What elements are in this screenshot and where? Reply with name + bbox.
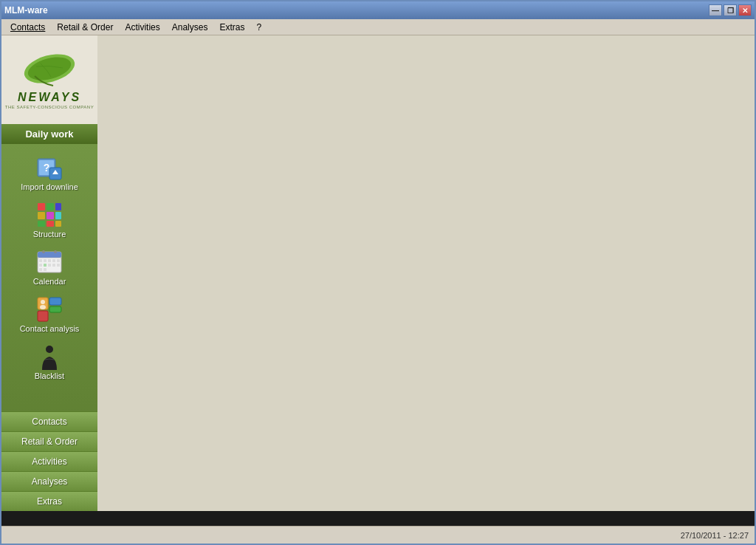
svg-rect-15 — [55, 221, 61, 227]
toolbar-bar — [1, 511, 755, 526]
menu-extras[interactable]: Extras — [213, 21, 250, 34]
app-title: MLM-ware — [4, 5, 48, 16]
company-logo: NEWAYS THE SAFETY-CONSCIOUS COMPANY — [5, 50, 94, 109]
menu-help[interactable]: ? — [250, 21, 267, 34]
calendar-icon — [36, 249, 63, 275]
svg-rect-19 — [39, 259, 42, 262]
svg-rect-17 — [38, 252, 61, 258]
svg-rect-14 — [47, 221, 54, 227]
status-bar: 27/10/2011 - 12:27 — [1, 526, 755, 544]
menu-analyses[interactable]: Analyses — [166, 21, 214, 34]
menu-contacts[interactable]: Contacts — [4, 21, 51, 34]
import-downline-icon: ? — [36, 154, 63, 181]
svg-rect-8 — [47, 203, 54, 210]
svg-text:?: ? — [44, 162, 50, 174]
svg-rect-24 — [39, 264, 42, 267]
import-downline-label: Import downline — [21, 182, 78, 191]
svg-point-31 — [42, 250, 45, 253]
minimize-button[interactable]: — — [709, 4, 722, 16]
menu-retail-order[interactable]: Retail & Order — [51, 21, 119, 34]
svg-rect-30 — [44, 268, 47, 271]
nav-analyses[interactable]: Analyses — [1, 471, 97, 491]
svg-point-37 — [41, 300, 45, 304]
contact-analysis-label: Contact analysis — [20, 324, 80, 333]
sidebar-item-import-downline[interactable]: ? Import downline — [5, 150, 94, 196]
logo-leaf-svg — [20, 50, 79, 91]
svg-point-39 — [46, 346, 53, 353]
svg-rect-27 — [52, 264, 55, 267]
content-area — [97, 35, 755, 511]
contact-analysis-icon — [36, 296, 63, 323]
svg-rect-26 — [48, 264, 51, 267]
sidebar-nav: Contacts Retail & Order Activities Analy… — [1, 411, 97, 511]
title-bar-controls: — ❐ ✕ — [709, 4, 752, 16]
svg-rect-10 — [38, 212, 45, 219]
svg-rect-29 — [39, 268, 42, 271]
svg-rect-11 — [47, 212, 54, 219]
company-tagline: THE SAFETY-CONSCIOUS COMPANY — [5, 105, 94, 109]
sidebar-items-container: ? Import downline — [1, 144, 97, 411]
sidebar: NEWAYS THE SAFETY-CONSCIOUS COMPANY Dail… — [1, 35, 97, 511]
logo-area: NEWAYS THE SAFETY-CONSCIOUS COMPANY — [1, 35, 97, 124]
svg-rect-28 — [57, 264, 60, 267]
section-header: Daily work — [1, 124, 97, 144]
blacklist-icon — [36, 343, 63, 370]
calendar-label: Calendar — [33, 277, 66, 286]
svg-rect-23 — [57, 259, 60, 262]
close-button[interactable]: ✕ — [738, 4, 752, 16]
svg-rect-21 — [48, 259, 51, 262]
svg-rect-22 — [52, 259, 55, 262]
sidebar-item-contact-analysis[interactable]: Contact analysis — [5, 292, 94, 337]
sidebar-item-blacklist[interactable]: Blacklist — [5, 339, 94, 385]
sidebar-item-calendar[interactable]: Calendar — [5, 244, 94, 290]
structure-label: Structure — [33, 230, 66, 239]
nav-retail-order[interactable]: Retail & Order — [1, 431, 97, 451]
menu-activities[interactable]: Activities — [119, 21, 165, 34]
title-bar: MLM-ware — ❐ ✕ — [1, 1, 755, 19]
svg-rect-9 — [55, 203, 61, 210]
title-bar-title: MLM-ware — [4, 5, 48, 16]
svg-point-32 — [54, 250, 57, 253]
svg-rect-13 — [38, 221, 45, 227]
svg-rect-34 — [49, 298, 61, 305]
svg-rect-25 — [44, 264, 47, 267]
sidebar-item-structure[interactable]: Structure — [5, 197, 94, 243]
svg-rect-12 — [55, 212, 61, 219]
status-datetime: 27/10/2011 - 12:27 — [681, 531, 749, 540]
blacklist-label: Blacklist — [35, 371, 64, 380]
structure-icon — [36, 202, 63, 228]
nav-contacts[interactable]: Contacts — [1, 411, 97, 431]
company-name: NEWAYS — [18, 91, 81, 104]
svg-rect-35 — [49, 306, 61, 312]
main-area: NEWAYS THE SAFETY-CONSCIOUS COMPANY Dail… — [1, 35, 755, 511]
svg-point-38 — [40, 305, 46, 309]
svg-rect-7 — [38, 203, 45, 210]
menu-bar: Contacts Retail & Order Activities Analy… — [1, 19, 755, 35]
restore-button[interactable]: ❐ — [724, 4, 737, 16]
nav-activities[interactable]: Activities — [1, 451, 97, 471]
svg-rect-36 — [38, 311, 48, 321]
svg-rect-20 — [44, 259, 47, 262]
main-window: MLM-ware — ❐ ✕ Contacts Retail & Order A… — [0, 0, 756, 545]
nav-extras[interactable]: Extras — [1, 491, 97, 511]
